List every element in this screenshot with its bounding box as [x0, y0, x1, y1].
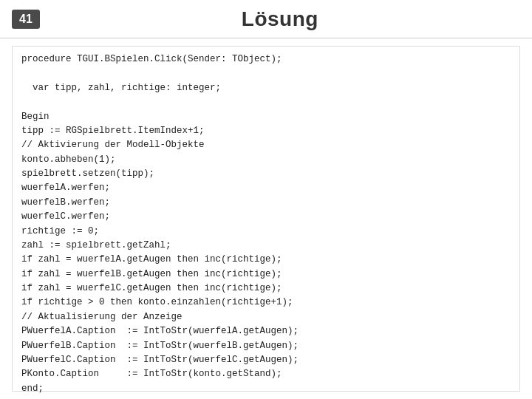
code-line: PKonto.Caption := IntToStr(konto.getStan…	[21, 367, 511, 381]
code-block: procedure TGUI.BSpielen.Click(Sender: TO…	[12, 46, 520, 392]
code-line: wuerfelB.werfen;	[21, 196, 511, 210]
slide-header: 41 Lösung	[0, 0, 532, 38]
code-line: if richtige > 0 then konto.einzahlen(ric…	[21, 296, 511, 310]
code-line: spielbrett.setzen(tipp);	[21, 167, 511, 181]
code-line: konto.abheben(1);	[21, 153, 511, 167]
code-line	[21, 95, 511, 109]
code-line: wuerfelA.werfen;	[21, 181, 511, 195]
code-line: if zahl = wuerfelB.getAugen then inc(ric…	[21, 267, 511, 282]
code-line: richtige := 0;	[21, 225, 511, 239]
code-line	[21, 66, 511, 81]
code-line: end;	[21, 382, 511, 396]
slide-title: Lösung	[40, 7, 520, 31]
code-line: tipp := RGSpielbrett.ItemIndex+1;	[21, 124, 511, 138]
slide-number: 41	[12, 10, 40, 29]
code-line: if zahl = wuerfelA.getAugen then inc(ric…	[21, 253, 511, 267]
code-line: zahl := spielbrett.getZahl;	[21, 239, 511, 253]
code-line: procedure TGUI.BSpielen.Click(Sender: TO…	[21, 52, 511, 66]
content-area: procedure TGUI.BSpielen.Click(Sender: TO…	[0, 38, 532, 399]
code-line: // Aktualisierung der Anzeige	[21, 310, 511, 324]
code-line: PWuerfelC.Caption := IntToStr(wuerfelC.g…	[21, 353, 511, 367]
code-line: PWuerfelB.Caption := IntToStr(wuerfelB.g…	[21, 339, 511, 353]
code-line: wuerfelC.werfen;	[21, 210, 511, 224]
code-line: PWuerfelA.Caption := IntToStr(wuerfelA.g…	[21, 324, 511, 338]
code-line: var tipp, zahl, richtige: integer;	[21, 81, 511, 95]
code-line: Begin	[21, 110, 511, 124]
code-line: // Aktivierung der Modell-Objekte	[21, 138, 511, 152]
code-line: if zahl = wuerfelC.getAugen then inc(ric…	[21, 282, 511, 296]
